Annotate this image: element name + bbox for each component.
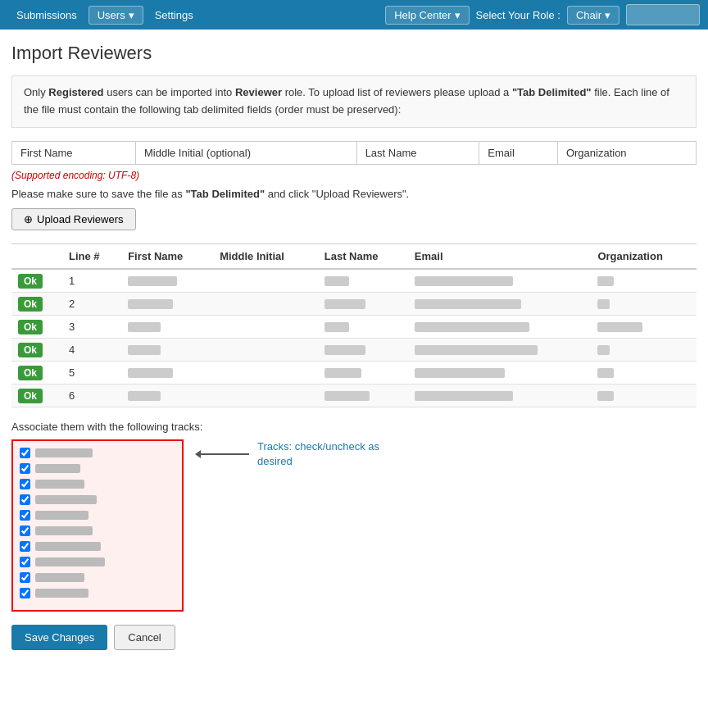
row-lastname (318, 292, 408, 315)
track-label (35, 542, 101, 551)
row-lastname (318, 384, 408, 407)
nav-submissions[interactable]: Submissions (8, 4, 85, 26)
row-firstname (121, 338, 213, 361)
row-organization (591, 315, 697, 338)
col-lastname: Last Name (318, 243, 408, 269)
row-firstname (121, 315, 213, 338)
col-email: Email (408, 243, 592, 269)
annotation-text: Tracks: check/uncheck asdesired (257, 439, 379, 469)
user-button[interactable] (626, 4, 700, 25)
track-checkbox-6[interactable] (20, 541, 30, 552)
nav-users-dropdown[interactable]: Users ▾ (88, 6, 143, 25)
track-label (35, 573, 84, 582)
info-bold-registered: Registered (48, 86, 103, 98)
field-middleinitial: Middle Initial (optional) (135, 141, 356, 164)
table-row: Ok 5 (11, 361, 697, 384)
track-checkbox-4[interactable] (20, 510, 30, 521)
top-navigation: Submissions Users ▾ Settings Help Center… (0, 0, 708, 30)
help-chevron-icon: ▾ (455, 9, 461, 21)
track-item (20, 510, 175, 521)
track-label (35, 448, 93, 457)
cancel-button[interactable]: Cancel (114, 625, 175, 650)
track-item (20, 572, 175, 583)
col-organization: Organization (591, 243, 697, 269)
annotation-box: Tracks: check/uncheck asdesired (200, 439, 379, 469)
row-firstname (121, 269, 213, 293)
track-checkbox-3[interactable] (20, 494, 30, 505)
track-checkbox-1[interactable] (20, 463, 30, 474)
page-title: Import Reviewers (11, 43, 697, 64)
track-label (35, 511, 88, 520)
field-email: Email (479, 141, 558, 164)
track-label (35, 464, 80, 473)
track-item (20, 588, 175, 598)
track-item (20, 526, 175, 536)
row-middleinitial (213, 384, 318, 407)
chair-chevron-icon: ▾ (605, 9, 610, 21)
field-lastname: Last Name (356, 141, 479, 164)
tab-delimited-label: "Tab Delimited" (185, 188, 265, 200)
tracks-wrapper: Tracks: check/uncheck asdesired (11, 439, 697, 612)
fields-row: First Name Middle Initial (optional) Las… (12, 141, 697, 164)
field-organization: Organization (557, 141, 696, 164)
save-changes-button[interactable]: Save Changes (11, 625, 107, 650)
annotation-arrow-icon (200, 453, 249, 455)
row-firstname (121, 292, 213, 315)
ok-badge: Ok (18, 389, 43, 403)
tracks-section: Associate them with the following tracks… (11, 421, 697, 612)
row-organization (591, 384, 697, 407)
row-status: Ok (11, 292, 62, 315)
nav-right: Help Center ▾ Select Your Role : Chair ▾ (385, 4, 700, 25)
row-line: 1 (62, 269, 121, 293)
row-organization (591, 361, 697, 384)
row-middleinitial (213, 361, 318, 384)
table-header: Line # First Name Middle Initial Last Na… (11, 243, 697, 269)
row-lastname (318, 315, 408, 338)
track-item (20, 541, 175, 552)
nav-settings[interactable]: Settings (147, 4, 202, 26)
track-checkbox-0[interactable] (20, 448, 30, 458)
row-line: 3 (62, 315, 121, 338)
nav-help-center[interactable]: Help Center ▾ (385, 6, 469, 25)
table-row: Ok 2 (11, 292, 697, 315)
track-label (35, 557, 105, 566)
row-organization (591, 269, 697, 293)
row-email (408, 361, 592, 384)
tracks-title: Associate them with the following tracks… (11, 421, 697, 433)
row-email (408, 338, 592, 361)
row-email (408, 269, 592, 293)
track-item (20, 494, 175, 505)
table-row: Ok 1 (11, 269, 697, 293)
ok-badge: Ok (18, 366, 43, 380)
table-row: Ok 6 (11, 384, 697, 407)
encoding-note: (Supported encoding: UTF-8) (11, 170, 697, 181)
info-bold-tab-delimited: "Tab Delimited" (512, 86, 592, 98)
row-lastname (318, 269, 408, 293)
nav-left: Submissions Users ▾ Settings (8, 4, 202, 26)
track-checkbox-5[interactable] (20, 526, 30, 536)
col-middleinitial: Middle Initial (213, 243, 318, 269)
row-middleinitial (213, 292, 318, 315)
upload-reviewers-button[interactable]: ⊕ Upload Reviewers (11, 208, 136, 230)
table-row: Ok 4 (11, 338, 697, 361)
row-organization (591, 292, 697, 315)
track-checkbox-9[interactable] (20, 588, 30, 598)
track-item (20, 448, 175, 458)
track-label (35, 526, 93, 535)
row-middleinitial (213, 338, 318, 361)
upload-instruction: Please make sure to save the file as "Ta… (11, 188, 697, 200)
users-chevron-icon: ▾ (129, 9, 134, 21)
track-checkbox-7[interactable] (20, 557, 30, 567)
field-firstname: First Name (12, 141, 136, 164)
track-checkbox-2[interactable] (20, 479, 30, 489)
row-status: Ok (11, 315, 62, 338)
row-middleinitial (213, 315, 318, 338)
track-item (20, 557, 175, 567)
info-box: Only Registered users can be imported in… (11, 75, 697, 128)
row-line: 4 (62, 338, 121, 361)
track-label (35, 480, 84, 489)
chair-dropdown[interactable]: Chair ▾ (567, 6, 620, 25)
row-firstname (121, 361, 213, 384)
track-checkbox-8[interactable] (20, 572, 30, 583)
track-label (35, 495, 97, 504)
